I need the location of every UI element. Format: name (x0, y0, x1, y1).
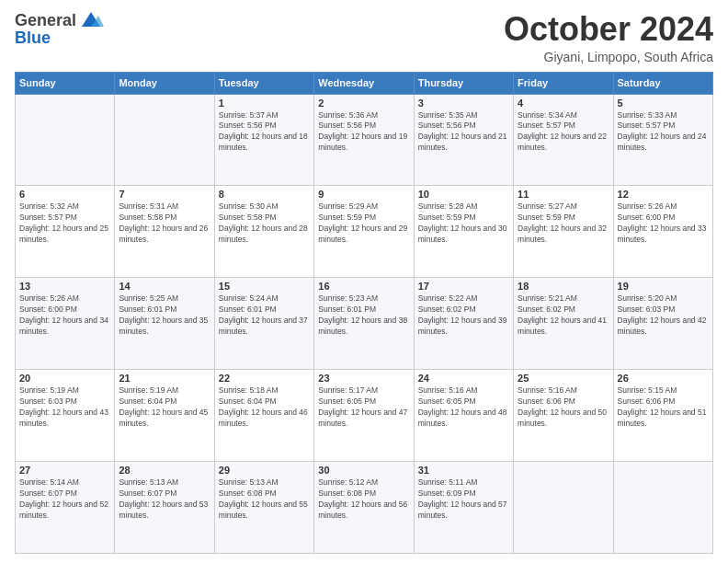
table-row: 6 Sunrise: 5:32 AMSunset: 5:57 PMDayligh… (16, 186, 115, 278)
table-row: 1 Sunrise: 5:37 AMSunset: 5:56 PMDayligh… (214, 94, 313, 186)
title-block: October 2024 Giyani, Limpopo, South Afri… (504, 11, 713, 64)
day-number: 20 (19, 373, 110, 384)
table-row: 27 Sunrise: 5:14 AMSunset: 6:07 PMDaylig… (16, 462, 115, 554)
table-row: 30 Sunrise: 5:12 AMSunset: 6:08 PMDaylig… (314, 462, 414, 554)
table-row: 9 Sunrise: 5:29 AMSunset: 5:59 PMDayligh… (314, 186, 414, 278)
day-info: Sunrise: 5:13 AMSunset: 6:08 PMDaylight:… (219, 477, 308, 520)
table-row: 25 Sunrise: 5:16 AMSunset: 6:06 PMDaylig… (514, 370, 613, 462)
day-number: 28 (119, 465, 210, 476)
day-info: Sunrise: 5:14 AMSunset: 6:07 PMDaylight:… (19, 477, 108, 520)
day-number: 5 (618, 98, 709, 109)
col-tuesday: Tuesday (214, 72, 313, 94)
table-row: 8 Sunrise: 5:30 AMSunset: 5:58 PMDayligh… (214, 186, 313, 278)
day-number: 7 (119, 189, 210, 200)
day-info: Sunrise: 5:19 AMSunset: 6:04 PMDaylight:… (119, 385, 208, 428)
table-row: 12 Sunrise: 5:26 AMSunset: 6:00 PMDaylig… (613, 186, 712, 278)
day-number: 2 (318, 98, 409, 109)
calendar-week-row: 20 Sunrise: 5:19 AMSunset: 6:03 PMDaylig… (16, 370, 713, 462)
calendar-week-row: 1 Sunrise: 5:37 AMSunset: 5:56 PMDayligh… (16, 94, 713, 186)
table-row (514, 462, 613, 554)
day-number: 14 (119, 281, 210, 292)
table-row: 24 Sunrise: 5:16 AMSunset: 6:05 PMDaylig… (414, 370, 513, 462)
table-row: 16 Sunrise: 5:23 AMSunset: 6:01 PMDaylig… (314, 278, 414, 370)
col-saturday: Saturday (613, 72, 712, 94)
calendar-table: Sunday Monday Tuesday Wednesday Thursday… (15, 72, 713, 554)
table-row: 28 Sunrise: 5:13 AMSunset: 6:07 PMDaylig… (115, 462, 214, 554)
table-row: 4 Sunrise: 5:34 AMSunset: 5:57 PMDayligh… (514, 94, 613, 186)
day-info: Sunrise: 5:23 AMSunset: 6:01 PMDaylight:… (318, 293, 407, 336)
table-row: 13 Sunrise: 5:26 AMSunset: 6:00 PMDaylig… (16, 278, 115, 370)
day-number: 22 (219, 373, 310, 384)
day-number: 12 (618, 189, 709, 200)
day-number: 18 (518, 281, 609, 292)
day-info: Sunrise: 5:15 AMSunset: 6:06 PMDaylight:… (618, 385, 707, 428)
table-row: 19 Sunrise: 5:20 AMSunset: 6:03 PMDaylig… (613, 278, 712, 370)
day-info: Sunrise: 5:27 AMSunset: 5:59 PMDaylight:… (518, 201, 607, 244)
day-number: 24 (418, 373, 509, 384)
day-number: 13 (19, 281, 110, 292)
month-title: October 2024 (504, 11, 713, 48)
day-number: 8 (219, 189, 310, 200)
day-number: 23 (318, 373, 409, 384)
logo-icon (78, 10, 104, 30)
table-row: 3 Sunrise: 5:35 AMSunset: 5:56 PMDayligh… (414, 94, 513, 186)
day-info: Sunrise: 5:16 AMSunset: 6:05 PMDaylight:… (418, 385, 507, 428)
table-row: 15 Sunrise: 5:24 AMSunset: 6:01 PMDaylig… (214, 278, 313, 370)
day-info: Sunrise: 5:34 AMSunset: 5:57 PMDaylight:… (518, 110, 607, 153)
day-info: Sunrise: 5:35 AMSunset: 5:56 PMDaylight:… (418, 110, 507, 153)
logo-blue: Blue (15, 29, 51, 48)
day-info: Sunrise: 5:29 AMSunset: 5:59 PMDaylight:… (318, 201, 407, 244)
day-info: Sunrise: 5:28 AMSunset: 5:59 PMDaylight:… (418, 201, 507, 244)
page: General Blue October 2024 Giyani, Limpop… (0, 0, 728, 563)
table-row: 10 Sunrise: 5:28 AMSunset: 5:59 PMDaylig… (414, 186, 513, 278)
calendar-header-row: Sunday Monday Tuesday Wednesday Thursday… (16, 72, 713, 94)
day-info: Sunrise: 5:20 AMSunset: 6:03 PMDaylight:… (618, 293, 707, 336)
table-row: 18 Sunrise: 5:21 AMSunset: 6:02 PMDaylig… (514, 278, 613, 370)
day-info: Sunrise: 5:24 AMSunset: 6:01 PMDaylight:… (219, 293, 308, 336)
day-info: Sunrise: 5:36 AMSunset: 5:56 PMDaylight:… (318, 110, 407, 153)
day-number: 21 (119, 373, 210, 384)
table-row: 21 Sunrise: 5:19 AMSunset: 6:04 PMDaylig… (115, 370, 214, 462)
day-info: Sunrise: 5:18 AMSunset: 6:04 PMDaylight:… (219, 385, 308, 428)
day-number: 17 (418, 281, 509, 292)
table-row: 7 Sunrise: 5:31 AMSunset: 5:58 PMDayligh… (115, 186, 214, 278)
day-info: Sunrise: 5:11 AMSunset: 6:09 PMDaylight:… (418, 477, 507, 520)
table-row: 17 Sunrise: 5:22 AMSunset: 6:02 PMDaylig… (414, 278, 513, 370)
day-info: Sunrise: 5:12 AMSunset: 6:08 PMDaylight:… (318, 477, 407, 520)
day-info: Sunrise: 5:16 AMSunset: 6:06 PMDaylight:… (518, 385, 607, 428)
day-info: Sunrise: 5:37 AMSunset: 5:56 PMDaylight:… (219, 110, 308, 153)
col-friday: Friday (514, 72, 613, 94)
day-number: 6 (19, 189, 110, 200)
day-number: 9 (318, 189, 409, 200)
day-info: Sunrise: 5:22 AMSunset: 6:02 PMDaylight:… (418, 293, 507, 336)
day-number: 25 (518, 373, 609, 384)
day-number: 3 (418, 98, 509, 109)
table-row: 20 Sunrise: 5:19 AMSunset: 6:03 PMDaylig… (16, 370, 115, 462)
col-sunday: Sunday (16, 72, 115, 94)
table-row (613, 462, 712, 554)
header: General Blue October 2024 Giyani, Limpop… (15, 11, 713, 64)
day-number: 11 (518, 189, 609, 200)
logo-general: General (15, 11, 76, 30)
table-row: 31 Sunrise: 5:11 AMSunset: 6:09 PMDaylig… (414, 462, 513, 554)
logo: General Blue (15, 11, 104, 48)
day-info: Sunrise: 5:25 AMSunset: 6:01 PMDaylight:… (119, 293, 208, 336)
day-number: 19 (618, 281, 709, 292)
day-info: Sunrise: 5:13 AMSunset: 6:07 PMDaylight:… (119, 477, 208, 520)
day-number: 1 (219, 98, 310, 109)
table-row: 5 Sunrise: 5:33 AMSunset: 5:57 PMDayligh… (613, 94, 712, 186)
day-info: Sunrise: 5:33 AMSunset: 5:57 PMDaylight:… (618, 110, 707, 153)
day-number: 16 (318, 281, 409, 292)
day-number: 27 (19, 465, 110, 476)
calendar-week-row: 13 Sunrise: 5:26 AMSunset: 6:00 PMDaylig… (16, 278, 713, 370)
col-wednesday: Wednesday (314, 72, 414, 94)
day-number: 29 (219, 465, 310, 476)
day-number: 30 (318, 465, 409, 476)
table-row: 29 Sunrise: 5:13 AMSunset: 6:08 PMDaylig… (214, 462, 313, 554)
day-info: Sunrise: 5:21 AMSunset: 6:02 PMDaylight:… (518, 293, 607, 336)
day-info: Sunrise: 5:26 AMSunset: 6:00 PMDaylight:… (19, 293, 108, 336)
table-row (115, 94, 214, 186)
table-row (16, 94, 115, 186)
day-number: 31 (418, 465, 509, 476)
table-row: 22 Sunrise: 5:18 AMSunset: 6:04 PMDaylig… (214, 370, 313, 462)
